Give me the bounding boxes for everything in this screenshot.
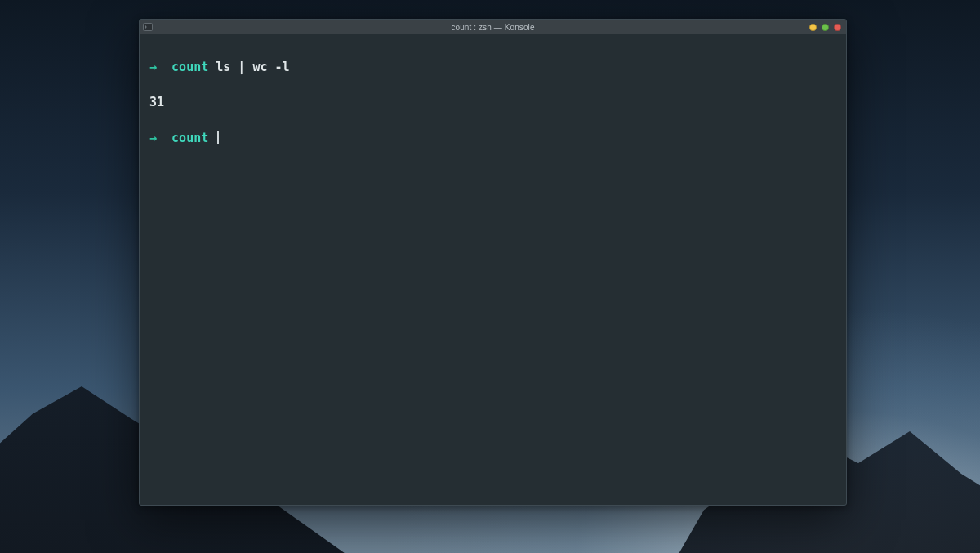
output-text: 31 <box>149 95 164 109</box>
close-button[interactable] <box>834 24 841 31</box>
window-title: count : zsh — Konsole <box>140 23 846 32</box>
window-controls <box>809 20 841 34</box>
prompt-arrow-icon: → <box>149 60 157 74</box>
terminal-line: → count ls | wc -l <box>149 59 836 77</box>
terminal-window: count : zsh — Konsole → count ls | wc -l… <box>139 19 847 506</box>
app-icon <box>143 23 153 31</box>
text-cursor <box>217 131 219 144</box>
terminal-line: 31 <box>149 94 836 112</box>
maximize-button[interactable] <box>822 24 829 31</box>
command-text: ls | wc -l <box>216 60 289 74</box>
svg-rect-0 <box>144 24 153 31</box>
terminal-body[interactable]: → count ls | wc -l 31 → count <box>140 34 846 505</box>
terminal-line: → count <box>149 130 836 148</box>
prompt-dir: count <box>172 131 208 145</box>
prompt-dir: count <box>172 60 208 74</box>
prompt-arrow-icon: → <box>149 131 157 145</box>
desktop-wallpaper: count : zsh — Konsole → count ls | wc -l… <box>0 0 980 553</box>
minimize-button[interactable] <box>809 24 817 31</box>
titlebar[interactable]: count : zsh — Konsole <box>140 20 846 34</box>
